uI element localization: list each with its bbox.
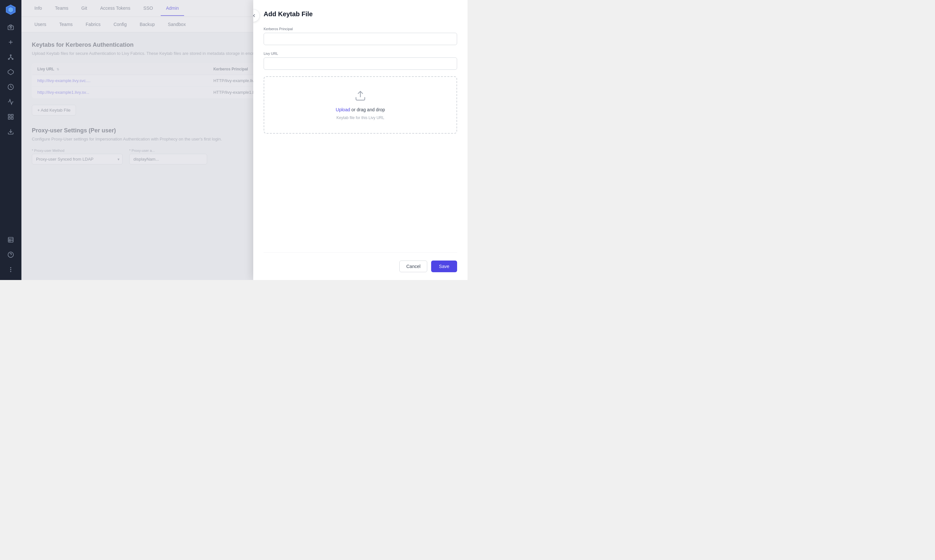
help-icon[interactable] [4, 248, 17, 261]
svg-point-24 [11, 267, 11, 268]
svg-point-8 [8, 58, 9, 59]
modal-backdrop: ✕ Add Keytab File Kerberos Principal Liv… [22, 0, 467, 280]
clock-icon[interactable] [4, 80, 17, 94]
modal-kerberos-input[interactable] [263, 33, 457, 45]
svg-point-23 [11, 269, 11, 270]
svg-marker-10 [8, 69, 14, 75]
modal-footer: Cancel Save [263, 252, 457, 272]
svg-point-7 [10, 55, 11, 56]
app-logo[interactable] [5, 4, 17, 15]
svg-point-25 [11, 271, 11, 272]
svg-rect-15 [11, 117, 13, 119]
svg-rect-17 [8, 237, 13, 242]
upload-text: Upload or drag and drop [336, 107, 385, 112]
upload-area[interactable]: Upload or drag and drop Keytab file for … [263, 76, 457, 134]
network-icon[interactable] [4, 51, 17, 64]
cancel-button[interactable]: Cancel [399, 260, 427, 272]
modal-livy-url-label: Livy URL [263, 52, 457, 55]
modal-close-wrap: ✕ [253, 9, 260, 22]
upload-sub-text: Keytab file for this Livy URL [336, 115, 384, 120]
save-button[interactable]: Save [431, 260, 457, 272]
svg-point-4 [10, 27, 12, 28]
main-area: Info Teams Git Access Tokens SSO Admin U… [22, 0, 467, 280]
download-icon[interactable] [4, 125, 17, 138]
upload-link[interactable]: Upload [336, 107, 350, 112]
more-icon[interactable] [4, 263, 17, 276]
pulse-icon[interactable] [4, 95, 17, 108]
modal-close-button[interactable]: ✕ [253, 9, 260, 22]
modal-kerberos-group: Kerberos Principal [263, 27, 457, 45]
svg-point-9 [12, 58, 13, 59]
table-icon[interactable] [4, 233, 17, 246]
modal-livy-url-input[interactable] [263, 57, 457, 70]
sidebar [0, 0, 22, 280]
modal-livy-url-group: Livy URL [263, 52, 457, 70]
modal-panel: ✕ Add Keytab File Kerberos Principal Liv… [253, 0, 467, 280]
plus-icon[interactable] [4, 36, 17, 49]
modal-title: Add Keytab File [263, 11, 457, 18]
svg-rect-13 [11, 115, 13, 117]
svg-rect-14 [8, 117, 11, 119]
upload-drag-text: or drag and drop [350, 107, 385, 112]
camera-icon[interactable] [4, 21, 17, 34]
tag-icon[interactable] [4, 66, 17, 78]
components-icon[interactable] [4, 110, 17, 123]
upload-icon [354, 90, 366, 104]
svg-rect-12 [8, 115, 11, 117]
modal-kerberos-label: Kerberos Principal [263, 27, 457, 31]
